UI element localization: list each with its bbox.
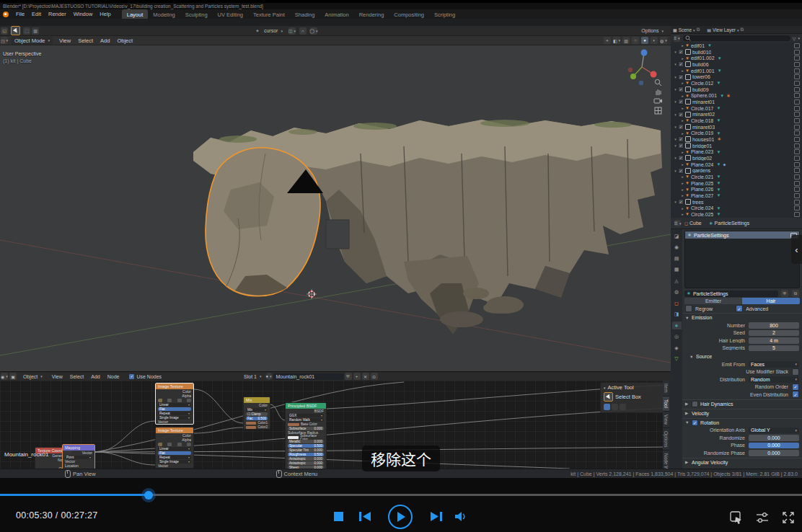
viewport-visibility-icon[interactable] — [794, 168, 800, 173]
properties-tab-world[interactable]: ◍ — [672, 288, 682, 296]
viewport-visibility-icon[interactable] — [794, 118, 800, 123]
advanced-checkbox[interactable]: ✓ — [736, 305, 743, 312]
emitter-toggle[interactable]: Emitter — [684, 298, 742, 304]
collapse-region-arrow[interactable]: ‹ — [791, 235, 802, 264]
outliner-search-input[interactable] — [683, 35, 790, 41]
viewport-visibility-icon[interactable] — [794, 181, 800, 186]
active-tool-icon[interactable] — [11, 26, 20, 35]
node-value-row[interactable]: Anisotropic Rotation0.000 — [288, 461, 324, 465]
workspace-tab-sculpting[interactable]: Sculpting — [180, 9, 213, 19]
node-image-row[interactable] — [158, 399, 191, 402]
view-layer-dropdown[interactable]: View Layer — [713, 27, 739, 32]
shield-icon[interactable]: ⛨ — [345, 373, 352, 380]
shading-material-icon[interactable]: ◐ — [651, 37, 658, 44]
section-header-emission[interactable]: ▼Emission — [682, 313, 802, 322]
shading-wireframe-icon[interactable]: ○ — [632, 37, 639, 44]
properties-tab-data[interactable]: ▽ — [672, 355, 682, 363]
shader-object-dropdown[interactable]: Object — [20, 373, 45, 380]
property-value[interactable]: 0.000 — [749, 450, 799, 456]
workspace-tab-compositing[interactable]: Compositing — [389, 9, 429, 19]
outliner-row[interactable]: ▾✓bridge01 — [671, 143, 802, 149]
expand-icon[interactable]: ▾ — [673, 99, 678, 104]
expand-icon[interactable]: ▸ — [680, 56, 685, 61]
settings-button[interactable] — [755, 510, 770, 525]
node-value-row[interactable]: Flat — [158, 407, 191, 411]
viewport-menu-add[interactable]: Add — [97, 37, 113, 45]
outliner-row[interactable]: ▸▼Circle.019▼ — [671, 130, 802, 136]
viewport-visibility-icon[interactable] — [794, 56, 800, 61]
outliner-checkbox[interactable]: ✓ — [678, 199, 684, 205]
fullscreen-button[interactable] — [781, 510, 796, 525]
properties-tab-output[interactable]: ▤ — [672, 254, 682, 262]
expand-icon[interactable]: ▾ — [673, 62, 678, 66]
pivot-icon[interactable]: ⌖ — [256, 28, 259, 34]
expand-icon[interactable]: ▾ — [673, 50, 678, 54]
editor-type-icon[interactable]: ◱ — [1, 27, 8, 35]
expand-icon[interactable]: ▸ — [680, 206, 685, 210]
node-color-swatch[interactable]: Subsurface Color — [288, 435, 324, 439]
expand-icon[interactable]: ▸ — [680, 118, 685, 123]
outliner-row[interactable]: ▸▼Circle.012▼ — [671, 80, 802, 87]
outliner-checkbox[interactable]: ✓ — [678, 61, 684, 67]
shading-rendered-icon[interactable]: ◍ — [660, 37, 667, 44]
overlays-dropdown-icon[interactable]: ◧ — [613, 37, 620, 44]
properties-tab-physics[interactable]: ◎ — [672, 333, 682, 341]
use-nodes-checkbox[interactable]: ✓ — [128, 373, 135, 380]
workspace-tab-uv-editing[interactable]: UV Editing — [213, 9, 248, 19]
section-checkbox[interactable]: ✓ — [692, 420, 698, 426]
viewport-visibility-icon[interactable] — [794, 81, 800, 86]
previous-button[interactable] — [358, 511, 372, 522]
volume-button[interactable] — [454, 511, 469, 522]
viewport-visibility-icon[interactable] — [794, 205, 800, 210]
shading-solid-icon[interactable]: ● — [641, 37, 648, 44]
section-header-hair-dynamics[interactable]: ▶Hair Dynamics — [682, 399, 802, 408]
expand-icon[interactable]: ▸ — [680, 68, 685, 73]
viewport-visibility-icon[interactable] — [794, 99, 800, 105]
regrow-checkbox[interactable] — [685, 305, 692, 312]
sidebar-tab-item[interactable]: Item — [663, 381, 669, 396]
expand-icon[interactable]: ▸ — [680, 106, 685, 110]
outliner-row[interactable]: ▾✓trees — [671, 199, 802, 205]
property-checkbox[interactable]: ✓ — [792, 391, 799, 398]
property-value[interactable]: Random — [749, 376, 799, 383]
transform-orientation-dropdown[interactable]: cursor — [261, 27, 286, 34]
outliner-row[interactable]: ▸▼Sphere.001▼∗ — [671, 92, 802, 99]
expand-icon[interactable]: ▾ — [673, 112, 678, 117]
node-value-row[interactable]: Specular0.500 — [288, 444, 324, 448]
viewport-menu-view[interactable]: View — [56, 37, 74, 45]
outliner-row[interactable]: ▾✓build010 — [671, 49, 802, 56]
node-checkbox-row[interactable]: ☐ Clamp — [246, 412, 268, 416]
expand-icon[interactable]: ▾ — [673, 125, 678, 129]
expand-icon[interactable]: ▾ — [673, 143, 678, 148]
properties-tab-constraints[interactable]: ◈ — [672, 344, 682, 352]
workspace-tab-shading[interactable]: Shading — [290, 9, 320, 19]
viewport-visibility-icon[interactable] — [794, 143, 800, 148]
next-button[interactable] — [429, 511, 444, 522]
viewport-visibility-icon[interactable] — [794, 125, 800, 130]
outliner-row[interactable]: ▾✓build09 — [671, 87, 802, 93]
outliner-row[interactable]: ▸▼edif01.002▼ — [671, 55, 802, 61]
expand-icon[interactable]: ▾ — [673, 75, 678, 79]
expand-icon[interactable]: ▸ — [680, 162, 685, 167]
properties-tab-object[interactable]: ◻ — [672, 299, 682, 307]
viewport-visibility-icon[interactable] — [794, 43, 800, 48]
material-name-field[interactable]: Mountain_rock01 — [273, 373, 344, 380]
particle-system-row[interactable]: ∗ ParticleSettings — [685, 231, 799, 239]
expand-icon[interactable]: ▸ — [680, 193, 685, 198]
viewport-visibility-icon[interactable] — [794, 62, 800, 67]
outliner-row[interactable]: ▾✓houses01∗ — [671, 136, 802, 143]
viewport-visibility-icon[interactable] — [794, 87, 800, 92]
proportional-edit-icon[interactable]: ◯ — [310, 27, 317, 35]
outliner-row[interactable]: ▸▼edif01.001▼ — [671, 68, 802, 74]
property-value[interactable]: 4 m — [749, 337, 799, 344]
scene-dropdown[interactable]: Scene — [679, 27, 695, 32]
pan-hand-icon[interactable] — [653, 87, 663, 97]
node-value-row[interactable]: Roughness0.500 — [288, 453, 324, 456]
select-box-icon[interactable] — [604, 392, 613, 402]
properties-tab-modifiers[interactable]: ◨ — [672, 311, 682, 319]
workspace-tab-texture-paint[interactable]: Texture Paint — [248, 9, 290, 19]
properties-tab-tool[interactable]: ◪ — [672, 232, 682, 240]
section-header-rotation[interactable]: ▼✓Rotation — [682, 418, 802, 427]
viewport-visibility-icon[interactable] — [794, 200, 800, 205]
workspace-tab-animation[interactable]: Animation — [320, 9, 353, 19]
